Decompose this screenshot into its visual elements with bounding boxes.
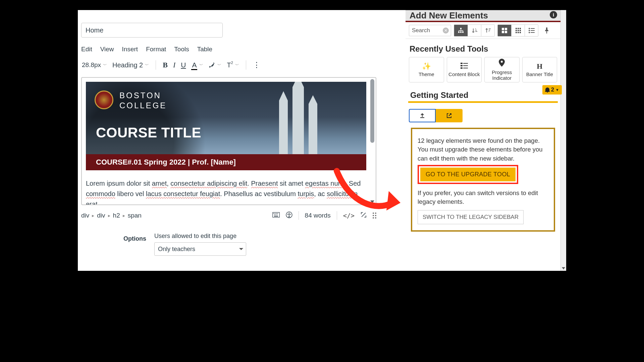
block-type-picker[interactable]: Heading 2﹀ [112,61,150,69]
html-view-button[interactable]: </> [343,212,355,219]
tool-progress-indicator[interactable]: Progress Indicator [484,57,520,82]
college-seal-icon [95,90,113,109]
menu-format[interactable]: Format [146,46,166,53]
menu-view[interactable]: View [100,46,114,53]
italic-button[interactable]: I [172,61,176,69]
svg-rect-5 [274,215,275,215]
editor-canvas[interactable]: BOSTONCOLLEGE COURSE TITLE COURSE#.01 Sp… [81,77,376,205]
bold-button[interactable]: B [162,61,168,69]
tree-view-button[interactable] [454,25,468,36]
sort-desc-button[interactable] [481,25,494,36]
svg-rect-39 [463,68,468,68]
svg-rect-33 [531,32,535,33]
elements-sidebar: Add New Elements i Search ✕ Recently Use… [406,10,560,271]
chevron-down-icon: ﹀ [145,62,149,68]
list-view-button[interactable] [525,25,538,36]
svg-rect-15 [502,28,504,30]
canvas-scrollbar[interactable] [370,79,374,203]
clear-search-icon[interactable]: ✕ [443,27,449,34]
tool-theme[interactable]: ✨Theme [409,57,444,82]
go-to-upgrade-button[interactable]: GO TO THE UPGRADE TOOL [420,168,516,181]
upload-icon [419,113,425,119]
small-grid-button[interactable] [511,25,525,36]
svg-rect-6 [275,215,276,215]
callout-text-2: If you prefer, you can switch versions t… [418,189,548,206]
search-placeholder: Search [412,27,430,34]
underline-button[interactable]: U [180,61,186,69]
svg-rect-13 [460,32,462,33]
svg-rect-31 [531,30,535,31]
course-banner: BOSTONCOLLEGE COURSE TITLE COURSE#.01 Sp… [86,82,366,170]
page-scrollbar[interactable] [560,10,566,271]
search-input[interactable]: Search ✕ [409,25,451,36]
edit-permission-select[interactable]: Only teachers [154,242,246,256]
svg-rect-14 [462,32,464,33]
course-subtitle-bar: COURSE#.01 Spring 2022 | Prof. [Name] [86,154,366,170]
element-breadcrumb[interactable]: div▸ div▸ h2▸ span [81,212,142,219]
resize-grip-icon[interactable] [373,213,376,219]
svg-rect-22 [516,30,517,31]
options-label: Options [123,233,146,242]
highlighter-icon [209,62,215,68]
superscript-button[interactable]: T2﹀ [226,61,239,69]
toolbar-separator [156,60,156,70]
body-paragraph: Lorem ipsum dolor sit amet, consectetur … [86,178,366,205]
menu-insert[interactable]: Insert [122,46,138,53]
map-pin-icon [499,59,505,68]
info-icon[interactable]: i [550,11,557,18]
external-link-icon [446,113,452,119]
institution-name: BOSTONCOLLEGE [119,90,167,111]
list-icon [461,62,468,70]
sidebar-header: Add New Elements i [406,10,560,22]
toolbar-separator [246,60,246,70]
menu-table[interactable]: Table [197,46,212,53]
menu-tools[interactable]: Tools [174,46,189,53]
svg-rect-1 [273,213,274,214]
svg-rect-3 [276,213,277,214]
upgrade-callout: 12 legacy elements were found on the pag… [411,128,555,232]
accessibility-icon[interactable] [286,212,292,220]
bell-icon [545,87,550,93]
svg-rect-20 [518,28,519,29]
switch-legacy-button[interactable]: SWITCH TO THE LEGACY SIDEBAR [418,210,524,224]
page-title-input[interactable] [81,23,223,38]
svg-point-10 [288,213,289,214]
open-external-button[interactable] [436,109,463,122]
editor-statusbar: div▸ div▸ h2▸ span 84 words </> [81,208,376,223]
highlight-button[interactable]: ﹀ [208,62,222,68]
view-group [497,24,538,37]
chevron-down-icon: ﹀ [217,62,221,68]
svg-rect-24 [520,30,521,31]
svg-rect-7 [277,215,277,215]
recent-tools-heading: Recently Used Tools [406,39,560,57]
svg-rect-37 [463,65,468,66]
text-color-button[interactable]: A﹀ [191,61,204,69]
import-export-buttons [407,109,559,122]
svg-rect-38 [461,67,463,69]
wand-icon: ✨ [422,62,431,70]
keyboard-icon[interactable] [272,212,280,219]
svg-rect-26 [518,32,519,33]
font-size-picker[interactable]: 28.8px﹀ [81,61,108,69]
svg-rect-23 [518,30,519,31]
editor-menubar: Edit View Insert Format Tools Table [81,46,396,53]
course-title: COURSE TITLE [96,125,201,141]
pin-sidebar-button[interactable] [541,25,552,36]
editor-pane: Edit View Insert Format Tools Table 28.8… [78,10,400,271]
menu-edit[interactable]: Edit [81,46,92,53]
fullscreen-button[interactable] [361,212,367,220]
chevron-down-icon: ﹀ [199,62,203,68]
tool-banner-title[interactable]: HBanner Title [522,57,557,82]
svg-rect-25 [516,32,517,33]
svg-rect-18 [505,31,507,33]
more-tools-button[interactable]: ⋮ [252,61,259,69]
svg-rect-17 [502,31,504,33]
heading-icon: H [537,62,542,70]
upload-button[interactable] [409,109,436,122]
word-count[interactable]: 84 words [305,212,331,219]
large-grid-button[interactable] [498,25,511,36]
sort-asc-button[interactable] [468,25,481,36]
notification-chip[interactable]: 2▼ [542,85,562,95]
tool-content-block[interactable]: Content Block [447,57,482,82]
page-options: Options Users allowed to edit this page … [81,233,396,256]
